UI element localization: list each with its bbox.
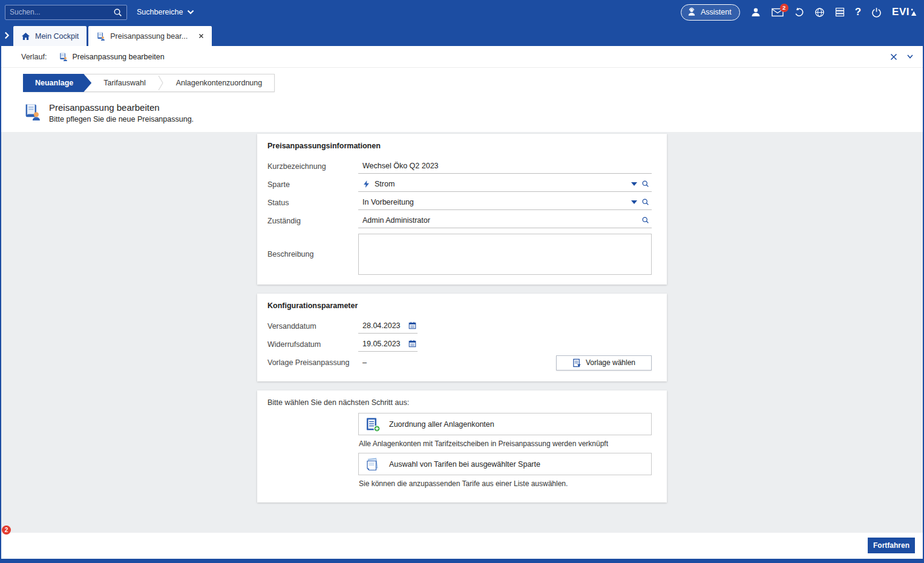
power-icon[interactable] bbox=[871, 7, 882, 18]
wizard-step-separator-icon bbox=[158, 74, 164, 91]
sidebar-expand-button[interactable] bbox=[0, 24, 13, 46]
strom-bolt-icon bbox=[362, 180, 370, 188]
calendar-icon[interactable] bbox=[408, 340, 416, 347]
option-description: Sie können die anzupassenden Tarife aus … bbox=[358, 475, 652, 493]
template-icon bbox=[572, 358, 582, 367]
tab-mein-cockpit[interactable]: Mein Cockpit bbox=[13, 26, 87, 46]
wizard-step-neuanlage[interactable]: Neuanlage bbox=[23, 74, 91, 92]
tab-preisanpassung[interactable]: Preisanpassung bear... bbox=[88, 26, 212, 46]
field-value: 28.04.2023 bbox=[362, 321, 401, 330]
globe-icon[interactable] bbox=[814, 7, 825, 18]
assistant-label: Assistent bbox=[701, 8, 732, 16]
preisanpassung-page-icon bbox=[23, 102, 41, 120]
mail-icon[interactable]: 2 bbox=[772, 8, 784, 17]
user-icon[interactable] bbox=[750, 7, 761, 18]
notification-badge[interactable]: 2 bbox=[2, 525, 11, 535]
option-tarifauswahl-button[interactable]: Auswahl von Tarifen bei ausgewählter Spa… bbox=[358, 453, 652, 475]
wizard-step-anlagenkontenzuordnung[interactable]: Anlagenkontenzuordnung bbox=[164, 74, 274, 91]
preisanpassung-doc-icon bbox=[96, 31, 105, 41]
evi-logo-text: EVI bbox=[892, 6, 909, 18]
history-label: Verlauf: bbox=[21, 53, 47, 61]
tab-label: Preisanpassung bear... bbox=[110, 32, 188, 41]
calendar-icon[interactable] bbox=[408, 321, 416, 329]
assistant-icon bbox=[687, 7, 696, 17]
beschreibung-textarea[interactable] bbox=[359, 234, 651, 274]
history-entry[interactable]: Preisanpassung bearbeiten bbox=[59, 52, 164, 61]
field-value: In Vorbereitung bbox=[362, 198, 627, 206]
chevron-down-icon bbox=[187, 10, 194, 15]
help-icon[interactable]: ? bbox=[855, 6, 861, 18]
field-value: Strom bbox=[375, 180, 627, 188]
versanddatum-input[interactable]: 28.04.2023 bbox=[358, 319, 418, 334]
main-frame: Verlauf: Preisanpassung bearbeiten bbox=[0, 46, 924, 563]
wizard-step-label: Tarifauswahl bbox=[103, 79, 145, 87]
wizard-strip: Neuanlage Tarifauswahl Anlagenkontenzuor… bbox=[23, 74, 275, 92]
mail-badge: 2 bbox=[780, 4, 788, 12]
status-combobox[interactable]: In Vorbereitung bbox=[358, 196, 652, 210]
field-sparte: Sparte Strom bbox=[267, 176, 652, 194]
lookup-search-icon[interactable] bbox=[641, 198, 649, 206]
beschreibung-textarea-box bbox=[358, 234, 652, 275]
field-vorlage-preisanpassung: Vorlage Preisanpassung – Vorlage wählen bbox=[267, 354, 652, 372]
tab-close-icon[interactable] bbox=[198, 33, 204, 39]
dropdown-arrow-icon[interactable] bbox=[631, 200, 637, 204]
field-value: 19.05.2023 bbox=[362, 340, 401, 348]
evi-logo-mark-icon bbox=[911, 8, 917, 16]
option-description: Alle Anlagenkonten mit Tarifzeitscheiben… bbox=[358, 435, 652, 453]
field-versanddatum: Versanddatum 28.04.2023 bbox=[267, 317, 652, 335]
topbar-actions: Assistent 2 ? EVI bbox=[681, 4, 917, 21]
option-zuordnung-anlagenkonten-button[interactable]: Zuordnung aller Anlagenkonten bbox=[358, 413, 652, 435]
field-label: Status bbox=[267, 199, 358, 207]
history-dropdown-icon[interactable] bbox=[907, 54, 913, 59]
card-title: Preisanpassungsinformationen bbox=[267, 142, 652, 150]
option-label: Zuordnung aller Anlagenkonten bbox=[389, 420, 494, 429]
history-actions bbox=[890, 53, 913, 61]
search-icon[interactable] bbox=[113, 8, 122, 17]
zustaendig-lookup[interactable]: Admin Administrator bbox=[358, 214, 652, 228]
search-areas-dropdown[interactable]: Suchbereiche bbox=[137, 8, 194, 16]
field-label: Beschreibung bbox=[267, 250, 358, 258]
field-kurzbezeichnung: Kurzbezeichnung Wechsel Öko Q2 2023 bbox=[267, 157, 652, 176]
continue-button[interactable]: Fortfahren bbox=[868, 538, 915, 553]
home-icon bbox=[21, 32, 30, 41]
card-next-step: Bitte wählen Sie den nächsten Schritt au… bbox=[257, 390, 667, 502]
server-icon[interactable] bbox=[835, 7, 845, 17]
dropdown-arrow-icon[interactable] bbox=[631, 182, 637, 186]
tab-label: Mein Cockpit bbox=[35, 32, 79, 41]
field-label: Versanddatum bbox=[267, 322, 358, 331]
lookup-search-icon[interactable] bbox=[641, 180, 649, 188]
field-value: Wechsel Öko Q2 2023 bbox=[362, 162, 649, 170]
field-label: Vorlage Preisanpassung bbox=[267, 358, 358, 367]
option-label: Auswahl von Tarifen bei ausgewählter Spa… bbox=[389, 460, 540, 469]
vorlage-value: – bbox=[358, 358, 367, 367]
global-search-box[interactable] bbox=[5, 5, 127, 20]
sparte-combobox[interactable]: Strom bbox=[358, 177, 652, 192]
field-value: Admin Administrator bbox=[362, 216, 637, 225]
lookup-search-icon[interactable] bbox=[641, 216, 649, 224]
page-title: Preisanpassung bearbeiten bbox=[49, 102, 194, 113]
tab-bar: Mein Cockpit Preisanpassung bear... bbox=[0, 24, 924, 46]
vorlage-waehlen-button[interactable]: Vorlage wählen bbox=[556, 355, 652, 370]
wizard-step-tarifauswahl[interactable]: Tarifauswahl bbox=[91, 74, 157, 91]
wizard-step-label: Neuanlage bbox=[35, 79, 73, 87]
app-window: Suchbereiche Assistent 2 bbox=[0, 0, 924, 563]
widerrufsdatum-input[interactable]: 19.05.2023 bbox=[358, 337, 418, 352]
assistant-button[interactable]: Assistent bbox=[681, 4, 740, 21]
field-label: Kurzbezeichnung bbox=[267, 162, 358, 171]
vorlage-button-label: Vorlage wählen bbox=[586, 358, 635, 367]
field-status: Status In Vorbereitung bbox=[267, 194, 652, 212]
wizard-steps: Neuanlage Tarifauswahl Anlagenkontenzuor… bbox=[1, 68, 923, 94]
field-zustaendig: Zuständig Admin Administrator bbox=[267, 212, 652, 230]
card-konfigurationsparameter: Konfigurationsparameter Versanddatum 28.… bbox=[257, 294, 667, 381]
evi-logo: EVI bbox=[892, 6, 917, 18]
card-preisanpassungsinformationen: Preisanpassungsinformationen Kurzbezeich… bbox=[257, 134, 667, 285]
field-label: Zuständig bbox=[267, 217, 358, 225]
search-input[interactable] bbox=[10, 8, 113, 16]
page-header-text: Preisanpassung bearbeiten Bitte pflegen … bbox=[49, 102, 194, 123]
field-beschreibung: Beschreibung bbox=[267, 234, 652, 275]
close-icon[interactable] bbox=[890, 53, 897, 61]
tariff-notepad-icon bbox=[365, 456, 381, 472]
card-title: Konfigurationsparameter bbox=[267, 301, 652, 310]
undo-icon[interactable] bbox=[794, 7, 804, 17]
kurzbezeichnung-input[interactable]: Wechsel Öko Q2 2023 bbox=[358, 159, 652, 174]
